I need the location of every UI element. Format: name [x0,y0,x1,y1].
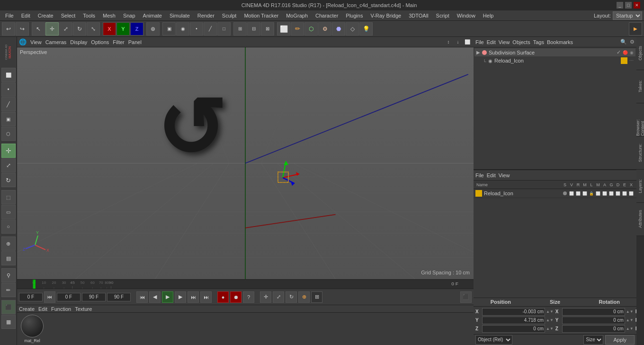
menu-animate[interactable]: Animate [140,12,165,19]
end-frame-input1[interactable] [82,293,106,301]
viewport-canvas[interactable]: ↺ [17,47,474,279]
tab-layers[interactable]: Layers: [636,170,644,203]
mode-edges-button[interactable]: ╱ [1,97,16,111]
timeline-layout-button[interactable]: ⊞ [311,291,322,303]
coord-spinner-z-pos[interactable]: ▲▼ [546,327,554,331]
rotate-button[interactable]: ↻ [1,173,16,187]
coord-input-y-size[interactable] [562,317,625,324]
autokey-button[interactable]: ⊕ [298,291,310,303]
coord-spinner-y-size[interactable]: ▲▼ [626,318,634,322]
rotate-tool-button[interactable]: ↻ [73,22,86,36]
keyframe-help-button[interactable]: ? [243,291,254,303]
go-start-button[interactable]: ⏮ [136,291,148,303]
menu-character[interactable]: Character [312,12,341,19]
coord-spinner-x-size[interactable]: ▲▼ [626,309,634,314]
object-row-subdiv[interactable]: ▶ Subdivision Surface ✓ 🔴 ◉ [474,48,635,56]
coord-input-z-size[interactable] [562,325,625,333]
vp-menu-view[interactable]: View [30,39,42,45]
coord-input-z-pos[interactable] [482,325,545,333]
undo-button[interactable]: ↩ [2,22,15,36]
vp-menu-cameras[interactable]: Cameras [45,39,67,45]
select-circle-button[interactable]: ○ [1,219,16,234]
axis-z-button[interactable]: Z [130,22,143,36]
apply-button[interactable]: Apply [605,335,635,345]
menu-snap[interactable]: Snap [120,12,139,19]
menu-edit[interactable]: Edit [18,12,34,19]
size-dropdown[interactable]: Size [583,335,603,345]
move-tool-button[interactable]: ✛ [45,22,59,36]
mat-menu-edit[interactable]: Edit [38,306,47,312]
snap-button[interactable]: ⊞ [233,22,247,36]
record-auto-button[interactable]: ⏺ [230,291,242,303]
render-active-button[interactable]: ▶ [629,22,642,36]
edge-mode-button[interactable]: ╱ [204,22,217,36]
timeline-expand-button[interactable]: ⬛ [460,291,472,303]
object-row-reload-icon[interactable]: L ◉ Reload_Icon ⋯ [474,56,635,65]
mat-menu-create[interactable]: Create [19,306,35,312]
poly-mode-button[interactable]: □ [217,22,231,36]
attr-menu-edit[interactable]: Edit [487,172,496,178]
play-button[interactable]: ▶ [162,291,173,303]
select-rect-button[interactable]: ▭ [1,205,16,219]
menu-select[interactable]: Select [58,12,79,19]
maximize-button[interactable]: □ [625,2,632,9]
close-button[interactable]: ✕ [634,2,640,9]
end-frame-input2[interactable] [107,293,131,301]
point-mode-button[interactable]: • [190,22,203,36]
tab-attributes[interactable]: Attributes [636,203,644,236]
layout-dropdown[interactable]: Startup [613,11,642,20]
coord-spinner-x-pos[interactable]: ▲▼ [546,309,554,314]
current-frame-input[interactable] [57,293,80,301]
menu-tools[interactable]: Tools [80,12,98,19]
attr-menu-file[interactable]: File [475,172,484,178]
coord-input-x-size[interactable] [562,308,625,316]
render-region-button[interactable]: ▤ [1,251,16,265]
menu-mograph[interactable]: MoGraph [283,12,311,19]
vp-menu-panel[interactable]: Panel [128,39,142,45]
menu-help[interactable]: Help [480,12,497,19]
menu-simulate[interactable]: Simulate [166,12,193,19]
model-mode-button[interactable]: ▣ [162,22,176,36]
paint-button[interactable]: ✏ [1,283,16,297]
mode-uv-button[interactable]: ⬡ [1,127,16,141]
menu-script[interactable]: Script [433,12,453,19]
cube-button[interactable]: ⬜ [277,22,290,36]
transform-tool-button[interactable]: ⤡ [87,22,100,36]
menu-vray[interactable]: V-Ray Bridge [367,12,404,19]
attr-row-reload-icon[interactable]: Reload_Icon ⬜ ⬜ ⬜ 🔒 ⬜ ⬜ ⬜ ⬜ ⬜ ⬜ [474,189,636,198]
window-controls[interactable]: _ □ ✕ [617,2,640,9]
mode-object-button[interactable]: ⬜ [1,68,16,82]
minimize-button[interactable]: _ [617,2,623,9]
mode-poly-button[interactable]: ▣ [1,112,16,126]
tab-content-browser[interactable]: Content Browser: [636,103,644,136]
obj-panel-menu-objects[interactable]: Objects [512,39,530,45]
tab-objects[interactable]: Objects [636,37,644,70]
select-live-button[interactable]: ⬚ [1,190,16,204]
vp-menu-filter[interactable]: Filter [113,39,124,45]
mat-menu-texture[interactable]: Texture [75,306,92,312]
coord-spinner-z-size[interactable]: ▲▼ [626,327,634,331]
menu-window[interactable]: Window [454,12,479,19]
tab-takes[interactable]: Takes: [636,70,644,103]
go-end2-button[interactable]: ⏭ [200,291,212,303]
menu-render[interactable]: Render [194,12,218,19]
menu-sculpt[interactable]: Sculpt [219,12,240,19]
obj-panel-menu-file[interactable]: File [475,39,484,45]
axis-y-button[interactable]: Y [116,22,130,36]
snap3-button[interactable]: ⊠ [261,22,274,36]
scale-button[interactable]: ⤢ [1,158,16,172]
move-keys-button[interactable]: ✛ [260,291,271,303]
menu-plugins[interactable]: Plugins [342,12,366,19]
menu-3dtoall[interactable]: 3DTOAll [405,12,431,19]
material-item-mat-rel[interactable]: mat_Rel [21,315,44,343]
obj-panel-menu-view[interactable]: View [499,39,510,45]
frame-prev-btn[interactable]: ⏮ [44,291,55,303]
move-button[interactable]: ✛ [1,144,16,158]
redo-button[interactable]: ↩ [16,22,29,36]
magnet-button[interactable]: ⚲ [1,268,16,282]
coord-spinner-y-pos[interactable]: ▲▼ [546,318,554,322]
menu-create[interactable]: Create [35,12,57,19]
effector-button[interactable]: ◇ [346,22,359,36]
object-rel-dropdown[interactable]: Object (Rel) Object (Abs) World [475,335,512,345]
record-button[interactable]: ● [217,291,229,303]
